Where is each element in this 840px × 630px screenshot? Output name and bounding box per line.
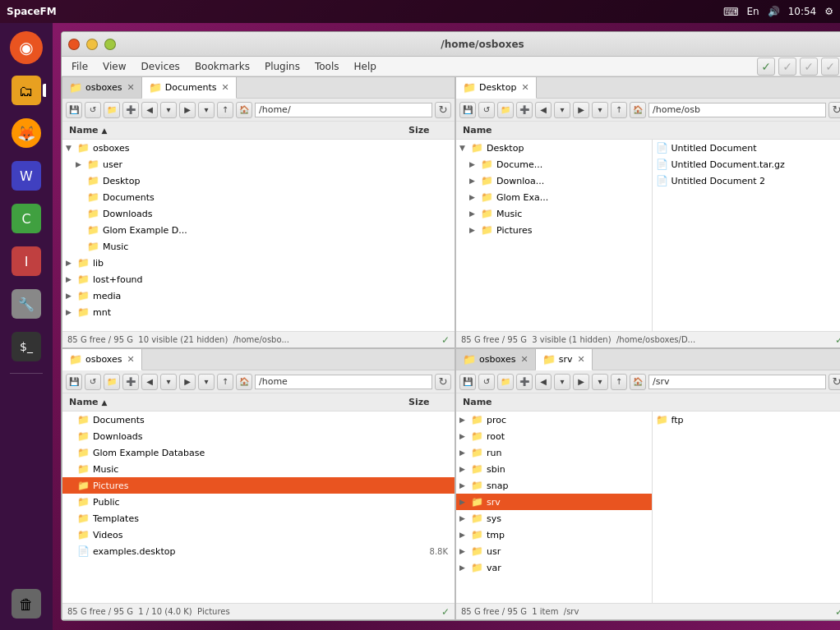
prev-drop-btn[interactable]: ▾ <box>554 102 570 118</box>
tree-item-osboxes[interactable]: ▼ 📁 osboxes <box>62 140 455 156</box>
path-bar[interactable]: /home/ <box>255 103 432 117</box>
next-drop-btn[interactable]: ▾ <box>592 102 608 118</box>
up-btn[interactable]: ↑ <box>217 102 233 118</box>
list-item-desktop[interactable]: 📁 Desktop <box>62 172 455 189</box>
refresh-btn[interactable]: ↻ <box>435 374 451 390</box>
tree-item-root[interactable]: ▶ 📁 root <box>456 428 652 444</box>
list-item-documents[interactable]: 📁 Documents <box>62 189 455 205</box>
check-btn-3[interactable]: ✓ <box>800 57 818 76</box>
menu-view[interactable]: View <box>96 59 132 74</box>
new-folder-btn[interactable]: 📁 <box>497 374 514 390</box>
ubuntu-launcher-icon[interactable]: ◉ <box>7 28 46 67</box>
tree-item-documents[interactable]: ▶ 📁 Docume... <box>456 156 652 172</box>
list-item-public[interactable]: 📁 Public <box>62 494 455 510</box>
refresh-btn[interactable]: ↻ <box>828 374 840 390</box>
path-bar[interactable]: /home <box>255 375 432 389</box>
panel-4-tab-osboxes[interactable]: 📁 osboxes ✕ <box>456 349 536 370</box>
settings-icon[interactable]: ⚙ <box>824 6 833 17</box>
home-btn[interactable]: 🏠 <box>236 102 252 118</box>
panel-4-tab-srv[interactable]: 📁 srv ✕ <box>536 349 593 370</box>
up-btn[interactable]: ↑ <box>611 374 627 390</box>
check-btn-4[interactable]: ✓ <box>821 57 839 76</box>
files-icon[interactable]: 🗂 <box>7 71 46 110</box>
refresh-btn[interactable]: ↻ <box>435 102 451 118</box>
firefox-icon[interactable]: 🦊 <box>7 113 46 153</box>
refresh-btn[interactable]: ↻ <box>828 102 840 118</box>
list-item-glom[interactable]: 📁 Glom Example D... <box>62 222 455 238</box>
panel-1-tab-documents[interactable]: 📁 Documents ✕ <box>142 77 237 99</box>
name-header[interactable]: Name ▲ <box>62 125 405 136</box>
tree-item-pictures[interactable]: ▶ 📁 Pictures <box>456 222 652 238</box>
prev-drop-btn[interactable]: ▾ <box>160 374 177 390</box>
next-btn[interactable]: ▶ <box>573 374 589 390</box>
tab-close-icon[interactable]: ✕ <box>127 354 135 365</box>
tree-item-tmp[interactable]: ▶ 📁 tmp <box>456 527 652 543</box>
list-item-glom[interactable]: 📁 Glom Example Database <box>62 444 455 461</box>
list-item-documents[interactable]: 📁 Documents <box>62 412 455 428</box>
tree-item-sys[interactable]: ▶ 📁 sys <box>456 510 652 527</box>
list-item-music[interactable]: 📁 Music <box>62 461 455 477</box>
menu-devices[interactable]: Devices <box>135 59 187 74</box>
tree-item-sbin[interactable]: ▶ 📁 sbin <box>456 461 652 477</box>
panel-2-tab-desktop[interactable]: 📁 Desktop ✕ <box>456 77 537 99</box>
prev-btn[interactable]: ◀ <box>535 102 552 118</box>
home-btn[interactable]: 🏠 <box>236 374 252 390</box>
list-item-untitled-tar[interactable]: 📄 Untitled Document.tar.gz <box>653 156 841 172</box>
new-folder-btn[interactable]: 📁 <box>497 102 514 118</box>
tab-close-icon[interactable]: ✕ <box>127 82 135 93</box>
list-item-music[interactable]: 📁 Music <box>62 238 455 255</box>
drive-btn[interactable]: 💾 <box>66 102 82 118</box>
name-header[interactable]: Name ▲ <box>62 397 405 407</box>
list-item-examples[interactable]: 📄 examples.desktop 8.8K <box>62 543 455 559</box>
list-item-templates[interactable]: 📁 Templates <box>62 510 455 527</box>
next-btn[interactable]: ▶ <box>573 102 589 118</box>
tree-item-run[interactable]: ▶ 📁 run <box>456 444 652 461</box>
next-drop-btn[interactable]: ▾ <box>198 102 215 118</box>
libreoffice-impress-icon[interactable]: I <box>7 241 46 281</box>
tree-item-mnt[interactable]: ▶ 📁 mnt <box>62 304 455 320</box>
menu-tools[interactable]: Tools <box>308 59 346 74</box>
back-btn[interactable]: ↺ <box>478 102 495 118</box>
prev-btn[interactable]: ◀ <box>141 102 158 118</box>
trash-icon[interactable]: 🗑 <box>7 584 46 623</box>
check-btn-1[interactable]: ✓ <box>757 57 775 76</box>
tree-item-srv[interactable]: ▶ 📁 srv <box>456 494 652 510</box>
prev-drop-btn[interactable]: ▾ <box>554 374 570 390</box>
tab-close-icon[interactable]: ✕ <box>521 82 528 93</box>
path-bar[interactable]: /srv <box>648 375 826 389</box>
list-item-downloads[interactable]: 📁 Downloads <box>62 205 455 222</box>
system-tools-icon[interactable]: 🔧 <box>7 284 46 324</box>
terminal-icon[interactable]: $_ <box>7 327 46 366</box>
prev-drop-btn[interactable]: ▾ <box>160 102 177 118</box>
tree-item-usr[interactable]: ▶ 📁 usr <box>456 543 652 559</box>
new-folder-btn[interactable]: 📁 <box>104 102 120 118</box>
tree-item-proc[interactable]: ▶ 📁 proc <box>456 412 652 428</box>
menu-help[interactable]: Help <box>347 59 382 74</box>
name-header[interactable]: Name <box>456 397 840 407</box>
menu-bookmarks[interactable]: Bookmarks <box>188 59 256 74</box>
drive-btn[interactable]: 💾 <box>459 374 476 390</box>
list-item-untitled-doc[interactable]: 📄 Untitled Document <box>653 140 841 156</box>
new-folder-btn[interactable]: 📁 <box>104 374 120 390</box>
size-header[interactable]: Size <box>405 397 455 407</box>
list-item-downloads[interactable]: 📁 Downloads <box>62 428 455 444</box>
close-button[interactable] <box>68 39 80 50</box>
list-item-videos[interactable]: 📁 Videos <box>62 527 455 543</box>
tree-item-music[interactable]: ▶ 📁 Music <box>456 205 652 222</box>
next-drop-btn[interactable]: ▾ <box>592 374 608 390</box>
add-btn[interactable]: ➕ <box>516 374 533 390</box>
add-btn[interactable]: ➕ <box>516 102 533 118</box>
next-btn[interactable]: ▶ <box>179 102 196 118</box>
menu-file[interactable]: File <box>65 59 95 74</box>
libreoffice-writer-icon[interactable]: W <box>7 156 46 195</box>
size-header[interactable]: Size <box>405 125 455 136</box>
list-item-untitled-doc2[interactable]: 📄 Untitled Document 2 <box>653 172 841 189</box>
tree-item-media[interactable]: ▶ 📁 media <box>62 287 455 304</box>
back-btn[interactable]: ↺ <box>85 374 101 390</box>
tree-item-var[interactable]: ▶ 📁 var <box>456 559 652 576</box>
check-btn-2[interactable]: ✓ <box>778 57 796 76</box>
add-btn[interactable]: ➕ <box>122 374 139 390</box>
next-drop-btn[interactable]: ▾ <box>198 374 215 390</box>
tab-close-icon[interactable]: ✕ <box>221 82 228 93</box>
tree-item-lib[interactable]: ▶ 📁 lib <box>62 255 455 271</box>
